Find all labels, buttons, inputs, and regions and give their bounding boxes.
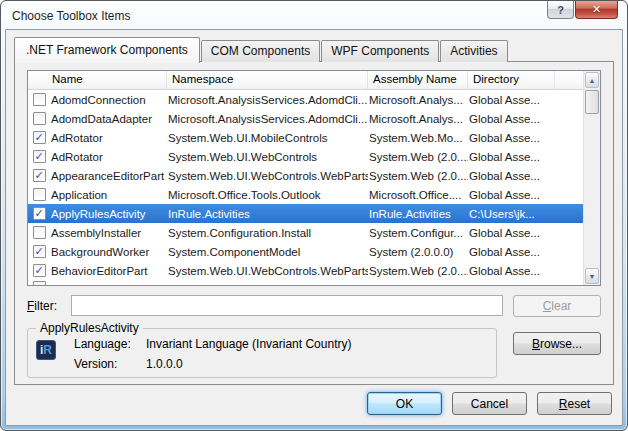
table-row[interactable]: ✓ AppearanceEditorPart System.Web.UI.Web… [28, 166, 583, 185]
dialog-title: Choose Toolbox Items [1, 7, 131, 23]
cancel-button[interactable]: Cancel [452, 392, 527, 415]
cell-directory: C:\Users\jk... [468, 208, 555, 220]
caption-buttons: ? ✕ [547, 1, 618, 19]
scrollbar-thumb[interactable] [585, 90, 599, 114]
cell-directory: Global Asse... [468, 94, 555, 106]
table-row[interactable]: AdomdConnection Microsoft.AnalysisServic… [28, 90, 583, 109]
cell-name: AdRotator [50, 132, 167, 144]
tab-strip: .NET Framework Components COM Components… [14, 36, 509, 62]
reset-button[interactable]: Reset [537, 392, 612, 415]
cell-directory: Global Asse... [468, 151, 555, 163]
scrollbar-track[interactable] [584, 89, 600, 267]
cell-assembly: System (2.0.0.0) [368, 246, 468, 258]
column-header-directory[interactable]: Directory [468, 71, 555, 89]
cell-directory: Global Asse... [468, 113, 555, 125]
cell-namespace: System.Web.UI.WebControls.WebParts [167, 265, 368, 277]
column-header-filler [555, 71, 583, 89]
dialog-client-area: .NET Framework Components COM Components… [5, 29, 623, 426]
cell-name: BehaviorEditorPart [50, 265, 167, 277]
scroll-up-button[interactable]: ▲ [585, 72, 599, 88]
table-row[interactable]: Application Microsoft.Office.Tools.Outlo… [28, 185, 583, 204]
tab-wpf-components[interactable]: WPF Components [321, 40, 439, 62]
cell-assembly: InRule.Activities [368, 208, 468, 220]
cell-name: AdomdConnection [50, 94, 167, 106]
ok-button[interactable]: OK [367, 392, 442, 415]
clear-button[interactable]: Clear [513, 295, 601, 317]
cell-assembly: System.Web.Mo... [368, 132, 468, 144]
cell-namespace: System.ComponentModel [167, 246, 368, 258]
cell-directory: Global Asse... [468, 227, 555, 239]
column-header-assembly-name[interactable]: Assembly Name [368, 71, 468, 89]
cell-directory: Global Asse... [468, 189, 555, 201]
cell-namespace: System.Web.UI.MobileControls [167, 132, 368, 144]
help-icon: ? [557, 4, 564, 16]
cell-assembly: System.Web (2.0.... [368, 170, 468, 182]
tab-com-components[interactable]: COM Components [201, 40, 320, 62]
table-row[interactable]: ✓ BackgroundWorker System.ComponentModel… [28, 242, 583, 261]
row-checkbox[interactable] [33, 226, 46, 239]
scroll-down-button[interactable]: ▼ [585, 268, 599, 284]
choose-toolbox-items-dialog: Choose Toolbox Items ? ✕ .NET Framework … [0, 0, 628, 431]
cell-namespace: Microsoft.AnalysisServices.AdomdCli... [167, 113, 368, 125]
tab-activities[interactable]: Activities [440, 40, 507, 62]
titlebar[interactable]: Choose Toolbox Items [1, 1, 627, 29]
inrule-component-icon: iR [36, 340, 56, 360]
table-row[interactable]: ✓ AdRotator System.Web.UI.MobileControls… [28, 128, 583, 147]
cell-name: ApplyRulesActivity [50, 208, 167, 220]
cell-name: AppearanceEditorPart [50, 170, 167, 182]
cell-assembly: System.Web (2.0.... [368, 151, 468, 163]
close-icon: ✕ [592, 3, 601, 16]
cell-name: AdRotator [50, 151, 167, 163]
row-checkbox[interactable] [33, 281, 46, 285]
row-checkbox[interactable]: ✓ [33, 131, 46, 144]
cell-assembly: System.Web (2.0.... [368, 265, 468, 277]
cell-directory: Global Asse... [468, 246, 555, 258]
table-row[interactable]: ✓ AdRotator System.Web.UI.WebControls Sy… [28, 147, 583, 166]
table-row[interactable]: AssemblyInstaller System.Configuration.I… [28, 223, 583, 242]
row-checkbox[interactable]: ✓ [33, 264, 46, 277]
row-checkbox[interactable] [33, 112, 46, 125]
version-label: Version: [74, 357, 146, 371]
version-value: 1.0.0.0 [146, 357, 183, 371]
tab-net-framework-components[interactable]: .NET Framework Components [14, 37, 200, 63]
column-header-name[interactable]: Name [28, 71, 167, 89]
scroll-down-icon: ▼ [589, 273, 596, 280]
filter-input[interactable] [71, 295, 503, 316]
cell-assembly: System.Configur... [368, 227, 468, 239]
cell-directory: Global Asse... [468, 265, 555, 277]
browse-button[interactable]: Browse... [513, 332, 601, 355]
cell-directory: Global Asse... [468, 132, 555, 144]
table-row[interactable]: ✓ ApplyRulesActivity InRule.Activities I… [28, 204, 583, 223]
help-button[interactable]: ? [547, 1, 574, 19]
row-checkbox[interactable] [33, 93, 46, 106]
row-checkbox[interactable]: ✓ [33, 150, 46, 163]
details-title: ApplyRulesActivity [36, 321, 143, 335]
row-checkbox[interactable]: ✓ [33, 207, 46, 220]
cell-assembly: Microsoft.Office.... [368, 189, 468, 201]
cell-name: Application [50, 189, 167, 201]
cell-namespace: System.Configuration.Install [167, 227, 368, 239]
column-header-namespace[interactable]: Namespace [167, 71, 368, 89]
cell-namespace: Microsoft.Office.Tools.Outlook [167, 189, 368, 201]
language-value: Invariant Language (Invariant Country) [146, 337, 351, 351]
cell-namespace: InRule.Activities [167, 208, 368, 220]
cell-assembly: Microsoft.Analys... [368, 94, 468, 106]
cell-name: AdomdDataAdapter [50, 113, 167, 125]
close-button[interactable]: ✕ [575, 1, 618, 19]
cell-directory: Global Asse... [468, 170, 555, 182]
filter-row: Filter: Clear [27, 294, 601, 317]
vertical-scrollbar[interactable]: ▲ ▼ [583, 71, 600, 285]
list-header: Name Namespace Assembly Name Directory [28, 71, 583, 90]
table-row[interactable]: ✓ BehaviorEditorPart System.Web.UI.WebCo… [28, 261, 583, 278]
component-list[interactable]: Name Namespace Assembly Name Directory A… [27, 70, 601, 286]
row-checkbox[interactable]: ✓ [33, 245, 46, 258]
row-checkbox[interactable]: ✓ [33, 169, 46, 182]
partial-row [28, 278, 583, 285]
cell-namespace: System.Web.UI.WebControls.WebParts [167, 170, 368, 182]
table-row[interactable]: AdomdDataAdapter Microsoft.AnalysisServi… [28, 109, 583, 128]
footer-buttons: OK Cancel Reset [367, 392, 612, 415]
row-checkbox[interactable] [33, 188, 46, 201]
scroll-up-icon: ▲ [589, 77, 596, 84]
cell-name: AssemblyInstaller [50, 227, 167, 239]
component-details-group: ApplyRulesActivity iR Language: Invarian… [27, 328, 497, 378]
